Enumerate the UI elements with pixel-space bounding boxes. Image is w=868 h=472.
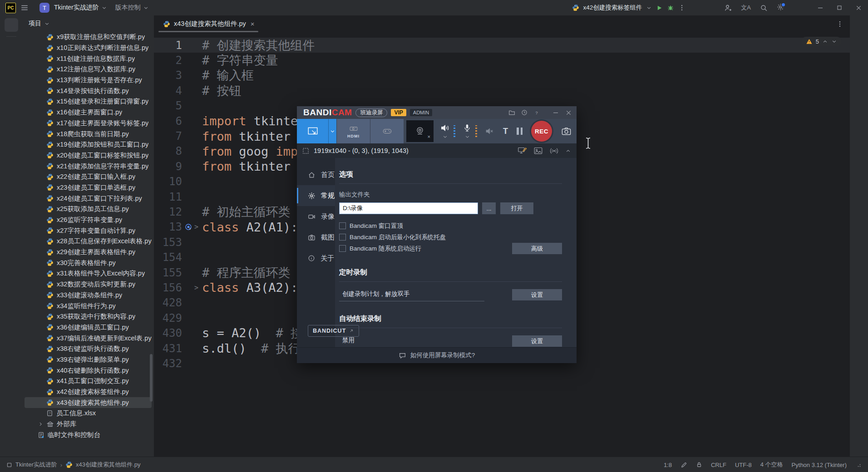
code-line[interactable]: 4# 按钮 [154, 83, 850, 98]
nav-general[interactable]: 常规 [297, 185, 335, 206]
screen-recording-mode-button[interactable] [297, 119, 328, 143]
run-button[interactable] [656, 5, 663, 11]
webcam-toggle-button[interactable]: × [406, 120, 434, 142]
tree-item[interactable]: x17创建主界面登录账号标签.py [25, 118, 152, 129]
tree-item[interactable]: x29创建主界面表格组件.py [25, 247, 152, 258]
tool-stripe-terminal-icon[interactable] [5, 406, 18, 419]
collapse-icon[interactable] [565, 148, 571, 154]
debug-button[interactable] [667, 4, 674, 11]
tool-stripe-database-icon[interactable] [852, 64, 866, 78]
nav-screenshot[interactable]: 截图 [297, 227, 335, 248]
minimize-button[interactable] [811, 0, 830, 15]
caret-position[interactable]: 1:8 [664, 462, 672, 468]
tree-item[interactable]: x15创建登录和注册窗口弹窗.py [25, 96, 152, 107]
inspections-widget[interactable]: 5 [801, 37, 842, 46]
project-widget-icon[interactable] [6, 462, 12, 468]
tab-close-icon[interactable]: × [251, 20, 255, 28]
tree-item[interactable]: x19创建添加按钮和员工窗口.py [25, 139, 152, 150]
chevron-down-icon[interactable] [646, 5, 652, 11]
tool-stripe-git-icon[interactable] [5, 440, 18, 454]
tab-options-icon[interactable] [836, 20, 843, 28]
advanced-button[interactable]: 高级 [512, 243, 562, 254]
tree-item[interactable]: ?员工信息.xlsx [25, 408, 152, 419]
checkbox[interactable] [339, 234, 346, 241]
tree-item[interactable]: x38右键监听执行函数.py [25, 344, 152, 354]
tree-item[interactable]: x41员工窗口强制交互.py [25, 376, 152, 387]
fold-marker[interactable]: > [194, 223, 202, 231]
nav-about[interactable]: 关于 [297, 248, 335, 269]
open-folder-button[interactable]: 打开 [500, 202, 533, 214]
recording-mode-dropdown[interactable] [328, 119, 336, 143]
bandicam-checkbox-row[interactable]: Bandicam 启动后最小化到系统托盘 [339, 231, 562, 243]
more-actions-icon[interactable] [678, 4, 686, 11]
game-recording-mode-button[interactable] [370, 119, 404, 143]
chevron-down-icon[interactable] [831, 39, 837, 44]
output-folder-input[interactable] [339, 202, 478, 214]
tree-item[interactable]: x11创建注册信息数据库.py [25, 53, 152, 64]
tree-item[interactable]: x34监听组件行为.py [25, 300, 152, 311]
minimize-icon[interactable] [552, 109, 559, 116]
main-menu-icon[interactable] [20, 4, 29, 12]
code-line[interactable]: 2# 字符串变量 [154, 53, 850, 68]
pause-button[interactable] [517, 128, 523, 135]
schedule-settings-button[interactable]: 设置 [512, 289, 562, 300]
nav-home[interactable]: 首页 [297, 164, 335, 185]
maximize-button[interactable] [830, 0, 849, 15]
tree-item[interactable]: x26监听字符串变量.py [25, 215, 152, 226]
tool-stripe-project-folder-icon[interactable] [5, 18, 18, 32]
schedule-description[interactable]: 创建录制计划，解放双手 [339, 288, 484, 301]
tree-item[interactable]: x33创建滚动条组件.py [25, 290, 152, 301]
tree-item[interactable]: x35获取选中行数和内容.py [25, 311, 152, 322]
tree-item[interactable]: x30完善表格组件.py [25, 257, 152, 268]
tree-item[interactable]: x16创建主界面窗口.py [25, 107, 152, 118]
autostop-settings-button[interactable]: 设置 [512, 335, 562, 347]
edit-mode-icon[interactable] [681, 462, 687, 468]
line-separator[interactable]: CRLF [711, 462, 726, 468]
nav-video[interactable]: 录像 [297, 206, 335, 227]
override-method-icon[interactable] [185, 223, 192, 231]
screenshot-button[interactable] [561, 126, 572, 137]
run-config-name[interactable]: x42创建搜索标签组件 [583, 4, 642, 12]
bandicam-checkbox-row[interactable]: Bandicam 窗口置顶 [339, 220, 562, 231]
tree-item[interactable]: x25获取添加员工信息.py [25, 204, 152, 215]
tree-item[interactable]: x37编辑后准确更新到Excel表.py [25, 333, 152, 344]
browse-button[interactable]: ... [482, 202, 496, 214]
text-overlay-tool[interactable]: T [503, 127, 508, 136]
mute-toggle-icon[interactable] [484, 126, 494, 136]
tree-item[interactable]: x20创建员工窗口标签和按钮.py [25, 150, 152, 161]
tree-item[interactable]: x42创建搜索标签组件.py [25, 387, 152, 398]
chevron-right-icon[interactable] [38, 421, 44, 427]
tree-scrollbar[interactable] [150, 354, 153, 402]
editor-tab[interactable]: x43创建搜索其他组件.py × [157, 15, 260, 32]
rec-button[interactable]: REC [531, 121, 552, 142]
tool-stripe-structure-icon[interactable] [5, 41, 18, 55]
chevron-up-icon[interactable] [822, 39, 828, 44]
tree-item[interactable]: 临时文件和控制台 [25, 429, 152, 440]
breadcrumb-file[interactable]: x43创建搜索其他组件.py [76, 461, 140, 469]
tree-item[interactable]: x40右键删除执行函数.py [25, 365, 152, 376]
code-with-me-icon[interactable] [724, 4, 732, 12]
tree-item[interactable]: x9获取注册信息和空值判断.py [25, 32, 152, 43]
bandicam-titlebar[interactable]: BANDICAM 班迪录屏 VIP ADMIN ? [297, 106, 577, 119]
tree-item[interactable]: x39右键弹出删除菜单.py [25, 354, 152, 365]
translate-icon[interactable]: 文A [741, 4, 751, 12]
project-panel-header[interactable]: 项目 [22, 15, 154, 32]
tool-stripe-ai-assistant-icon[interactable] [852, 42, 866, 55]
tree-item[interactable]: x32数据变动后实时更新.py [25, 279, 152, 290]
autostop-value[interactable]: 禁用 [339, 334, 484, 348]
tool-stripe-sciview-icon[interactable] [852, 87, 866, 101]
microphone-control[interactable] [462, 123, 472, 140]
bandicam-help-bar[interactable]: 如何使用屏幕录制模式? [297, 347, 577, 363]
python-interpreter[interactable]: Python 3.12 (Tkinter) [792, 462, 847, 468]
tree-item[interactable]: x10正则表达式判断注册信息.py [25, 43, 152, 54]
close-icon[interactable] [565, 109, 572, 116]
project-selector[interactable]: Tkinter实战进阶 [54, 4, 107, 12]
tool-stripe-notifications-icon[interactable] [852, 19, 866, 33]
history-icon[interactable] [521, 109, 528, 116]
tool-stripe-run-icon[interactable] [5, 337, 18, 350]
help-icon[interactable]: ? [533, 109, 540, 116]
tree-item[interactable]: x28员工信息保存到Excel表格.py [25, 236, 152, 247]
speaker-control[interactable] [439, 123, 450, 140]
code-line[interactable]: 1# 创建搜索其他组件 [154, 38, 850, 53]
tool-stripe-problems-icon[interactable] [5, 423, 18, 437]
